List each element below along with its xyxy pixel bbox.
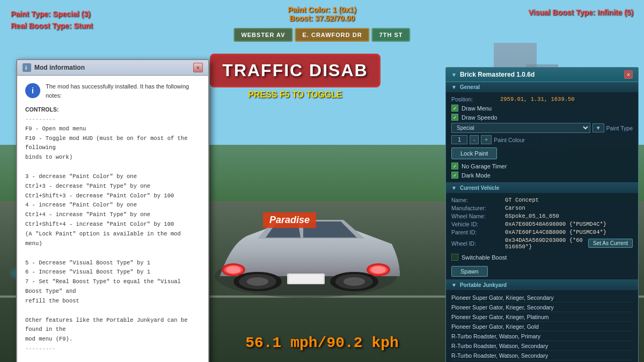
vehicle-name-label: Name:	[451, 197, 505, 203]
draw-speedo-row: ✓ Draw Speedo	[451, 113, 633, 122]
no-garage-label: No Garage Timer	[462, 163, 507, 169]
control-line-1: F9 - Open mod menu	[25, 124, 200, 134]
dark-mode-row: ✓ Dark Mode	[451, 171, 633, 180]
junkyard-item[interactable]: Pioneer Super Gator, Krieger, Gold	[451, 322, 633, 331]
street-signs-bar: WEBSTER AV E. CRAWFORD DR 7TH ST	[233, 28, 410, 42]
switchable-boost-checkbox[interactable]	[451, 254, 458, 261]
junkyard-item[interactable]: Pioneer Super Gator, Krieger, Platinum	[451, 312, 633, 322]
mod-controls-text: CONTROLS: --------- F9 - Open mod menu F…	[25, 105, 200, 362]
divider2: ---------	[25, 344, 200, 354]
street-sign-1: WEBSTER AV	[233, 28, 292, 42]
paint-type-row: Special ▼ Paint Type	[451, 122, 633, 134]
press-f5-text: PRESS F5 TO TOGGLE	[188, 90, 402, 100]
spawn-button[interactable]: Spawn	[451, 266, 488, 277]
vehicle-manufacturer-value: Carson	[505, 205, 525, 211]
controls-divider: ---------	[25, 115, 200, 124]
paradise-logo: Paradise	[263, 212, 316, 228]
junkyard-section-title: Portable Junkyard	[460, 282, 507, 288]
vehicle-id-value: 0xA7E60D548A698000 {*PUSMD4C*}	[505, 221, 606, 227]
svg-point-3	[226, 266, 241, 274]
paint-colour-row: - + Paint Colour	[451, 134, 633, 145]
paint-type-label: Paint Type	[606, 125, 633, 131]
junkyard-item[interactable]: Pioneer Super Gator, Krieger, Secondary	[451, 302, 633, 312]
brick-junkyard-section: ▼ Portable Junkyard Pioneer Super Gator,…	[446, 280, 638, 362]
mod-close-button[interactable]: ×	[193, 63, 203, 72]
control-line-16b: mod menu (F9).	[25, 335, 200, 344]
mod-dialog-title-area: i Mod information	[23, 63, 85, 72]
boost-type-display: Real Boost Type: Stunt	[11, 20, 93, 32]
brick-title-area: ▼ Brick Remastered 1.0.6d	[451, 71, 535, 78]
dark-mode-label: Dark Mode	[462, 172, 491, 179]
car	[204, 190, 408, 308]
vehicle-wheel-name-value: 6Spoke_05_16_650	[505, 213, 559, 219]
brick-junkyard-header[interactable]: ▼ Portable Junkyard	[446, 280, 638, 290]
control-line-12: 5 - Decrease "Visual Boost Type" by 1	[25, 258, 200, 268]
brick-vehicle-header[interactable]: ▼ Current Vehicle	[446, 183, 638, 193]
draw-menu-row: ✓ Draw Menu	[451, 104, 633, 113]
vehicle-parent-id-row: Parent ID: 0xA7E60F1A4C8B8000 {*PUSMC04*…	[451, 228, 633, 236]
brick-close-button[interactable]: ×	[624, 70, 633, 79]
svg-point-12	[343, 277, 365, 286]
paint-dropdown-btn[interactable]: ▼	[592, 123, 604, 132]
street-sign-3: 7TH ST	[372, 28, 411, 42]
paint-minus-btn[interactable]: -	[470, 135, 479, 144]
paint-plus-btn[interactable]: +	[481, 135, 492, 144]
vehicle-name-row: Name: GT Concept	[451, 196, 633, 204]
brick-remastered-panel: ▼ Brick Remastered 1.0.6d × ▼ General Po…	[445, 67, 639, 362]
position-row: Position: 2959.01, 1.31, 1639.50	[451, 95, 633, 104]
vehicle-wheel-id-label: Wheel ID:	[451, 240, 505, 247]
dialog-icon: i	[23, 63, 31, 72]
paint-colour-label: Paint Colour	[494, 137, 525, 143]
svg-point-6	[371, 266, 386, 274]
hud-top-right: Visual Boost Type: Infinite (5)	[528, 8, 633, 17]
paint-type-dropdown[interactable]: Special	[451, 123, 590, 133]
lock-paint-button[interactable]: Lock Paint	[451, 147, 497, 159]
vehicle-wheel-name-row: Wheel Name: 6Spoke_05_16_650	[451, 212, 633, 220]
hud-top-left: Paint Type: Special (3) Real Boost Type:…	[11, 8, 93, 32]
vehicle-name-value: GT Concept	[505, 197, 539, 203]
traffic-sign: TRAFFIC DISAB PRESS F5 TO TOGGLE	[188, 54, 402, 100]
brick-panel-header: ▼ Brick Remastered 1.0.6d ×	[446, 68, 638, 82]
mod-info-message: The mod has successfully installed. It h…	[46, 82, 200, 100]
draw-speedo-checkbox[interactable]: ✓	[451, 114, 458, 121]
controls-label: CONTROLS:	[25, 105, 200, 115]
general-section-title: General	[460, 84, 480, 90]
vehicle-manufacturer-label: Manufacturer:	[451, 205, 505, 211]
mod-dialog-title: Mod information	[34, 64, 85, 71]
junkyard-item[interactable]: R-Turbo Roadster, Watson, Secondary	[451, 351, 633, 360]
control-line-10: (A "Lock Paint" option is available in t…	[25, 230, 200, 249]
brick-general-section: ▼ General Position: 2959.01, 1.31, 1639.…	[446, 82, 638, 183]
control-line-7: 4 - increase "Paint Color" by one	[25, 201, 200, 210]
no-garage-row: ✓ No Garage Timer	[451, 161, 633, 171]
paint-colour-input[interactable]	[451, 135, 467, 144]
boost-display: Boost: 37.52/70.00	[288, 14, 356, 23]
vehicle-parent-id-value: 0xA7E60F1A4C8B8000 {*PUSMC04*}	[505, 229, 606, 235]
brick-general-body: Position: 2959.01, 1.31, 1639.50 ✓ Draw …	[446, 92, 638, 182]
mod-dialog-header: i Mod information ×	[17, 60, 208, 76]
junkyard-item[interactable]: R-Turbo Roadster, Watson, Secondary	[451, 341, 633, 351]
traffic-text: TRAFFIC DISAB	[222, 61, 368, 80]
svg-rect-14	[289, 275, 323, 283]
vehicle-arrow-icon: ▼	[451, 185, 457, 191]
no-garage-checkbox[interactable]: ✓	[451, 162, 458, 169]
junkyard-item[interactable]: R-Turbo Roadster, Watson, Primary	[451, 331, 633, 341]
junkyard-item[interactable]: Pioneer Super Gator, Krieger, Secondary	[451, 293, 633, 302]
draw-menu-checkbox[interactable]: ✓	[451, 105, 458, 112]
svg-text:i: i	[25, 64, 27, 71]
control-line-5: Ctrl+3 - decrease "Paint Type" by one	[25, 182, 200, 191]
vehicle-id-row: Vehicle ID: 0xA7E60D548A698000 {*PUSMD4C…	[451, 220, 633, 228]
control-line-8: Ctrl+4 - increase "Paint Type" by one	[25, 210, 200, 220]
brick-junkyard-body: Pioneer Super Gator, Krieger, SecondaryP…	[446, 290, 638, 362]
vehicle-section-title: Current Vehicle	[460, 185, 499, 191]
switchable-boost-label: Switchable Boost	[462, 254, 507, 261]
set-as-current-button[interactable]: Set As Current	[588, 239, 633, 248]
draw-speedo-label: Draw Speedo	[462, 114, 497, 121]
brick-vehicle-section: ▼ Current Vehicle Name: GT Concept Manuf…	[446, 183, 638, 280]
dark-mode-checkbox[interactable]: ✓	[451, 172, 458, 179]
paint-type-display: Paint Type: Special (3)	[11, 8, 93, 20]
brick-general-header[interactable]: ▼ General	[446, 82, 638, 92]
vehicle-wheel-id-row: Wheel ID: 0x34DA5A569D203000 {*60516650*…	[451, 236, 633, 250]
control-line-2b: binds to work)	[25, 153, 200, 162]
control-line-6: Ctrl+Shift+3 - decrease "Paint Color" by…	[25, 191, 200, 201]
mod-information-dialog: i Mod information × i The mod has succes…	[16, 59, 209, 362]
